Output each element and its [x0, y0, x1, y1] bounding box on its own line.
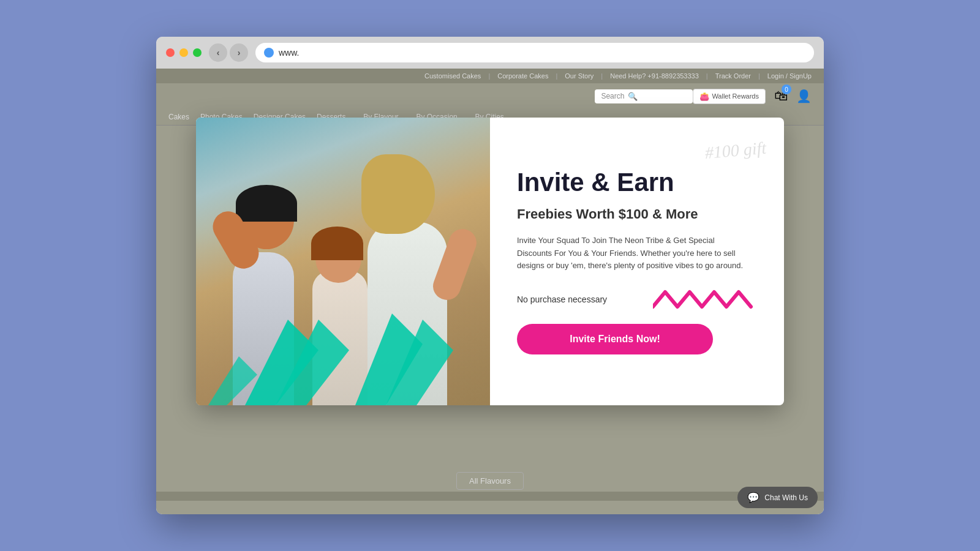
sep2: | [556, 72, 557, 80]
wallet-icon: 👛 [699, 92, 709, 101]
secure-icon [264, 48, 274, 58]
utility-our-story[interactable]: Our Story [565, 72, 594, 80]
modal-image-panel [196, 118, 490, 405]
nav-buttons: ‹ › [209, 43, 248, 62]
website-content: Customised Cakes | Corporate Cakes | Our… [156, 69, 824, 514]
user-icon: 👤 [796, 89, 812, 103]
no-purchase-text: No purchase necessary [517, 294, 607, 304]
browser-window: ‹ › www. Customised Cakes | Corporate Ca… [156, 37, 824, 514]
search-bar[interactable]: Search 🔍 [595, 89, 693, 103]
wallet-button[interactable]: 👛 Wallet Rewards [693, 89, 766, 104]
chat-widget[interactable]: 💬 Chat With Us [737, 487, 818, 508]
maximize-button[interactable] [193, 48, 202, 57]
utility-help: Need Help? +91-8892353333 [610, 72, 699, 80]
utility-track[interactable]: Track Order [715, 72, 751, 80]
close-button[interactable] [166, 48, 175, 57]
photo-background [196, 118, 490, 405]
utility-corporate-cakes[interactable]: Corporate Cakes [497, 72, 548, 80]
chat-icon: 💬 [747, 492, 760, 503]
top-utility-bar: Customised Cakes | Corporate Cakes | Our… [156, 69, 824, 83]
invite-friends-button[interactable]: Invite Friends Now! [517, 324, 713, 354]
all-flavours-button[interactable]: All Flavours [456, 472, 524, 490]
main-nav: Search 🔍 👛 Wallet Rewards 🛍 0 👤 [156, 83, 824, 109]
nav-right-icons: 👛 Wallet Rewards 🛍 0 👤 [693, 88, 812, 104]
invite-description: Invite Your Squad To Join The Neon Tribe… [517, 234, 750, 272]
cart-icon-wrap[interactable]: 🛍 0 [774, 88, 788, 104]
address-text: www. [279, 48, 299, 58]
forward-button[interactable]: › [230, 43, 248, 62]
wallet-label: Wallet Rewards [712, 92, 759, 100]
traffic-lights [166, 48, 202, 57]
modal-content-panel: #100 gift Invite & Earn Freebies Worth $… [490, 118, 784, 405]
pink-zigzag-decoration [653, 287, 757, 312]
invite-heading: Invite & Earn [517, 168, 757, 197]
watermark-text: #100 gift [703, 127, 767, 165]
chat-label: Chat With Us [764, 493, 808, 502]
powered-by-bar: powered by InviteReferrals [156, 492, 824, 501]
invite-modal: #100 gift Invite & Earn Freebies Worth $… [196, 118, 784, 405]
minimize-button[interactable] [179, 48, 188, 57]
cart-badge: 0 [782, 84, 791, 94]
no-purchase-row: No purchase necessary [517, 287, 757, 312]
utility-customised-cakes[interactable]: Customised Cakes [424, 72, 481, 80]
address-bar[interactable]: www. [255, 43, 814, 62]
sep1: | [488, 72, 490, 80]
back-button[interactable]: ‹ [209, 43, 227, 62]
invite-subheading: Freebies Worth $100 & More [517, 206, 757, 222]
search-text: Search [601, 92, 624, 100]
sep3: | [601, 72, 603, 80]
nav-cakes[interactable]: Cakes [168, 113, 189, 121]
sep4: | [706, 72, 708, 80]
bottom-bar: All Flavours [156, 472, 824, 490]
sep5: | [758, 72, 760, 80]
search-icon: 🔍 [628, 92, 638, 101]
browser-titlebar: ‹ › www. [156, 37, 824, 69]
utility-login[interactable]: Login / SignUp [767, 72, 812, 80]
